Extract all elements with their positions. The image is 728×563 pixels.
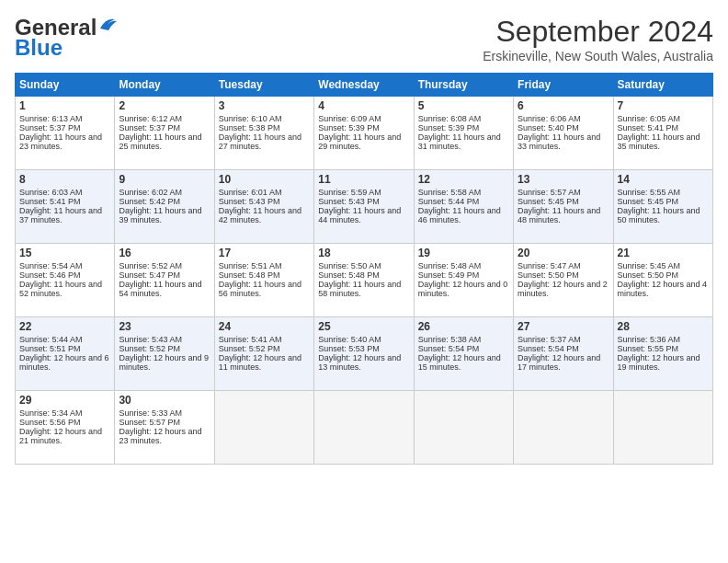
daylight-label: Daylight: 11 hours and 31 minutes. [418,132,501,151]
sunrise-label: Sunrise: 5:33 AM [119,408,182,418]
sunrise-label: Sunrise: 5:52 AM [119,261,182,270]
sunrise-label: Sunrise: 5:48 AM [418,261,482,270]
sunset-label: Sunset: 5:37 PM [119,123,180,132]
sunset-label: Sunset: 5:42 PM [119,197,180,206]
day-number: 10 [219,173,310,186]
day-number: 2 [119,99,210,112]
daylight-label: Daylight: 11 hours and 50 minutes. [618,206,700,224]
weekday-header: Thursday [414,74,513,97]
calendar-cell: 22 Sunrise: 5:44 AM Sunset: 5:51 PM Dayl… [16,317,115,391]
sunset-label: Sunset: 5:56 PM [19,418,81,427]
daylight-label: Daylight: 12 hours and 15 minutes. [418,353,501,372]
calendar-cell: 4 Sunrise: 6:09 AM Sunset: 5:39 PM Dayli… [314,97,414,170]
calendar-week-row: 22 Sunrise: 5:44 AM Sunset: 5:51 PM Dayl… [16,317,713,391]
weekday-header-row: SundayMondayTuesdayWednesdayThursdayFrid… [16,74,713,97]
day-number: 22 [19,320,110,333]
title-block: September 2024 Erskineville, New South W… [483,15,713,63]
sunset-label: Sunset: 5:37 PM [19,123,81,132]
calendar-cell [414,391,513,465]
sunset-label: Sunset: 5:41 PM [618,123,679,132]
daylight-label: Daylight: 12 hours and 0 minutes. [418,280,508,298]
calendar-cell: 25 Sunrise: 5:40 AM Sunset: 5:53 PM Dayl… [314,317,414,391]
sunset-label: Sunset: 5:44 PM [418,197,480,206]
sunrise-label: Sunrise: 6:06 AM [518,114,581,123]
sunset-label: Sunset: 5:57 PM [119,418,180,427]
calendar-cell [314,391,414,465]
calendar-cell [613,391,712,465]
calendar-week-row: 15 Sunrise: 5:54 AM Sunset: 5:46 PM Dayl… [16,244,713,317]
day-number: 3 [219,99,310,112]
sunrise-label: Sunrise: 5:40 AM [318,335,381,344]
sunrise-label: Sunrise: 5:47 AM [518,261,581,270]
calendar-cell: 23 Sunrise: 5:43 AM Sunset: 5:52 PM Dayl… [115,317,214,391]
calendar-cell: 15 Sunrise: 5:54 AM Sunset: 5:46 PM Dayl… [16,244,115,317]
calendar-cell: 20 Sunrise: 5:47 AM Sunset: 5:50 PM Dayl… [514,244,613,317]
sunset-label: Sunset: 5:52 PM [219,344,280,353]
daylight-label: Daylight: 11 hours and 46 minutes. [418,206,501,224]
daylight-label: Daylight: 11 hours and 35 minutes. [618,132,700,151]
day-number: 25 [318,320,409,333]
sunrise-label: Sunrise: 5:44 AM [19,335,83,344]
calendar-cell: 29 Sunrise: 5:34 AM Sunset: 5:56 PM Dayl… [16,391,115,465]
day-number: 13 [518,173,609,186]
daylight-label: Daylight: 11 hours and 37 minutes. [19,206,102,224]
sunset-label: Sunset: 5:38 PM [219,123,280,132]
day-number: 8 [19,173,110,186]
sunrise-label: Sunrise: 5:57 AM [518,188,581,197]
calendar-week-row: 29 Sunrise: 5:34 AM Sunset: 5:56 PM Dayl… [16,391,713,465]
daylight-label: Daylight: 12 hours and 13 minutes. [318,353,401,372]
sunset-label: Sunset: 5:45 PM [518,197,579,206]
day-number: 26 [418,320,509,333]
sunrise-label: Sunrise: 6:12 AM [119,114,182,123]
calendar-cell: 1 Sunrise: 6:13 AM Sunset: 5:37 PM Dayli… [16,97,115,170]
calendar-week-row: 8 Sunrise: 6:03 AM Sunset: 5:41 PM Dayli… [16,170,713,244]
calendar-cell: 19 Sunrise: 5:48 AM Sunset: 5:49 PM Dayl… [414,244,513,317]
sunset-label: Sunset: 5:48 PM [219,270,280,280]
day-number: 20 [518,247,609,259]
weekday-header: Sunday [16,74,115,97]
daylight-label: Daylight: 11 hours and 54 minutes. [119,280,201,298]
calendar-cell: 26 Sunrise: 5:38 AM Sunset: 5:54 PM Dayl… [414,317,513,391]
calendar-cell: 3 Sunrise: 6:10 AM Sunset: 5:38 PM Dayli… [214,97,313,170]
sunset-label: Sunset: 5:41 PM [19,197,81,206]
daylight-label: Daylight: 12 hours and 19 minutes. [618,353,700,372]
month-title: September 2024 [483,15,713,49]
calendar-cell: 11 Sunrise: 5:59 AM Sunset: 5:43 PM Dayl… [314,170,414,244]
calendar-cell: 16 Sunrise: 5:52 AM Sunset: 5:47 PM Dayl… [115,244,214,317]
sunrise-label: Sunrise: 6:02 AM [119,188,182,197]
daylight-label: Daylight: 11 hours and 56 minutes. [219,280,301,298]
daylight-label: Daylight: 12 hours and 11 minutes. [219,353,301,372]
daylight-label: Daylight: 12 hours and 23 minutes. [119,427,201,445]
day-number: 5 [418,99,509,112]
day-number: 7 [618,99,709,112]
calendar-cell: 12 Sunrise: 5:58 AM Sunset: 5:44 PM Dayl… [414,170,513,244]
sunset-label: Sunset: 5:39 PM [318,123,380,132]
calendar-cell: 30 Sunrise: 5:33 AM Sunset: 5:57 PM Dayl… [115,391,214,465]
sunrise-label: Sunrise: 5:59 AM [318,188,381,197]
sunset-label: Sunset: 5:48 PM [318,270,380,280]
weekday-header: Saturday [613,74,712,97]
calendar-cell: 8 Sunrise: 6:03 AM Sunset: 5:41 PM Dayli… [16,170,115,244]
day-number: 23 [119,320,210,333]
daylight-label: Daylight: 11 hours and 58 minutes. [318,280,401,298]
calendar-cell: 27 Sunrise: 5:37 AM Sunset: 5:54 PM Dayl… [514,317,613,391]
sunrise-label: Sunrise: 5:51 AM [219,261,282,270]
logo-blue: Blue [15,35,63,61]
day-number: 30 [119,394,210,407]
sunrise-label: Sunrise: 5:54 AM [19,261,83,270]
day-number: 16 [119,247,210,259]
sunrise-label: Sunrise: 5:43 AM [119,335,182,344]
day-number: 6 [518,99,609,112]
weekday-header: Friday [514,74,613,97]
sunrise-label: Sunrise: 5:38 AM [418,335,482,344]
calendar-cell: 6 Sunrise: 6:06 AM Sunset: 5:40 PM Dayli… [514,97,613,170]
sunrise-label: Sunrise: 6:05 AM [618,114,681,123]
day-number: 21 [618,247,709,259]
calendar-cell: 21 Sunrise: 5:45 AM Sunset: 5:50 PM Dayl… [613,244,712,317]
calendar-cell: 24 Sunrise: 5:41 AM Sunset: 5:52 PM Dayl… [214,317,313,391]
calendar-cell: 17 Sunrise: 5:51 AM Sunset: 5:48 PM Dayl… [214,244,313,317]
sunrise-label: Sunrise: 5:34 AM [19,408,83,418]
daylight-label: Daylight: 12 hours and 2 minutes. [518,280,608,298]
location: Erskineville, New South Wales, Australia [483,49,713,63]
sunrise-label: Sunrise: 5:41 AM [219,335,282,344]
